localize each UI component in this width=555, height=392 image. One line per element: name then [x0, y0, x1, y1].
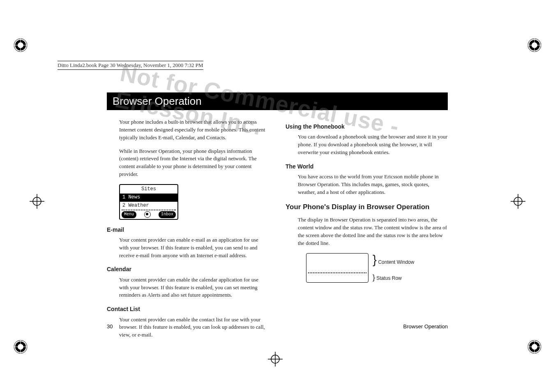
display-figure: } Content Window } Status Row	[306, 253, 448, 283]
email-heading: E-mail	[107, 226, 269, 234]
left-column: Your phone includes a built-in browser t…	[107, 118, 269, 345]
crop-mark-icon	[12, 339, 29, 355]
screen-title: Sites	[120, 185, 177, 194]
footer: 30 Browser Operation	[107, 323, 448, 330]
registration-mark-icon	[29, 193, 45, 210]
footer-title: Browser Operation	[403, 323, 448, 330]
calendar-heading: Calendar	[107, 265, 269, 273]
registration-mark-icon	[510, 193, 526, 210]
phonebook-body: You can download a phonebook using the b…	[298, 133, 448, 157]
display-section-heading: Your Phone's Display in Browser Operatio…	[286, 202, 448, 212]
display-box	[306, 253, 368, 283]
page-number: 30	[107, 323, 113, 330]
phone-screen-figure: Sites 1 News 2 Weather Menu Inbox	[119, 184, 178, 220]
crop-mark-icon	[12, 37, 29, 53]
world-body: You have access to the world from your E…	[298, 173, 448, 196]
bracket-icon: }	[373, 273, 375, 281]
display-body: The display in Browser Operation is sepa…	[298, 216, 448, 247]
world-heading: The World	[286, 162, 448, 171]
nav-dot-icon	[144, 211, 151, 218]
email-body: Your content provider can enable e-mail …	[119, 236, 269, 260]
contacts-heading: Contact List	[107, 305, 269, 313]
phonebook-heading: Using the Phonebook	[286, 122, 448, 131]
figure-label-content: } Content Window	[373, 254, 414, 266]
crop-mark-icon	[526, 339, 543, 355]
main-content: Browser Operation Your phone includes a …	[107, 92, 448, 345]
right-column: Using the Phonebook You can download a p…	[286, 118, 448, 345]
softkey-left: Menu	[122, 211, 136, 218]
dotted-line	[308, 272, 366, 273]
page-title: Browser Operation	[107, 92, 448, 110]
screen-row-selected: 1 News	[120, 194, 177, 201]
header-info: Ditto Linda2.book Page 30 Wednesday, Nov…	[58, 61, 203, 70]
crop-mark-icon	[526, 37, 543, 53]
page-frame: Ditto Linda2.book Page 30 Wednesday, Nov…	[0, 0, 555, 392]
bracket-icon: }	[373, 253, 377, 266]
intro-paragraph-1: Your phone includes a built-in browser t…	[119, 118, 269, 142]
intro-paragraph-2: While in Browser Operation, your phone d…	[119, 148, 269, 178]
status-row-label: Status Row	[376, 275, 401, 281]
registration-mark-icon	[267, 351, 283, 367]
softkey-right: Inbox	[159, 211, 176, 218]
calendar-body: Your content provider can enable the cal…	[119, 276, 269, 300]
screen-row: 2 Weather	[120, 202, 177, 210]
figure-label-status: } Status Row	[373, 274, 414, 282]
content-window-label: Content Window	[378, 259, 414, 265]
